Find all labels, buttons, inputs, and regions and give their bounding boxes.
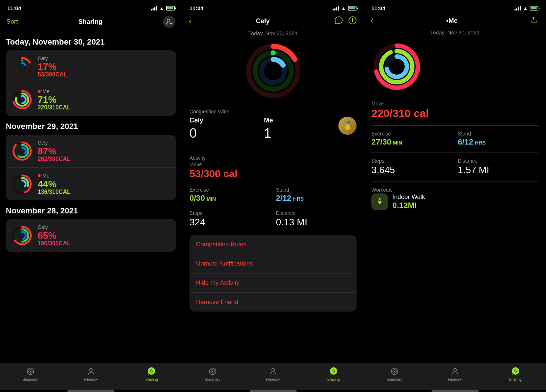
me-dot-nov29	[38, 174, 41, 177]
section-today-header: Today, November 30, 2021	[6, 37, 176, 47]
unmute-button[interactable]: Unmute Notifications	[189, 254, 357, 274]
status-bar-1: 11:04 ▲	[0, 0, 182, 14]
home-indicator-2	[250, 390, 297, 392]
table-row[interactable]: Cely 17% 53/300CAL	[6, 50, 176, 83]
cely-percent-today: 17%	[38, 62, 170, 71]
cely-info-nov28: Cely 65% 196/300CAL	[38, 224, 170, 247]
sharing-list-scroll[interactable]: Today, November 30, 2021 Cely	[0, 32, 182, 363]
workout-info: Indoor Walk 0.12MI	[392, 193, 425, 210]
status-icons-1: ▲	[151, 5, 175, 11]
svg-point-47	[272, 368, 275, 371]
remove-friend-button[interactable]: Remove Friend	[189, 293, 357, 312]
tab-sharing-2[interactable]: S Sharing	[303, 367, 364, 381]
exercise-value-3: 27/30	[371, 137, 391, 146]
me-ring-stats-row	[371, 41, 538, 93]
wifi-icon-2: ▲	[341, 5, 346, 11]
competition-header: Competition Wins	[189, 109, 357, 114]
message-button[interactable]	[334, 16, 343, 26]
tab-fitness-3[interactable]: Fitness+	[425, 367, 485, 381]
tab-summary-3[interactable]: Summary	[364, 367, 425, 381]
steps-stat-3: Steps 3,645	[371, 158, 452, 176]
me-percent-today: 71%	[38, 95, 170, 104]
today-card: Cely 17% 53/300CAL	[6, 50, 176, 116]
exercise-value-2: 0/30	[189, 193, 205, 203]
back-button-3[interactable]: ‹	[371, 16, 373, 25]
tab-summary-label-3: Summary	[387, 378, 402, 381]
competition-rules-button[interactable]: Competition Rules	[189, 235, 357, 254]
svg-text:S: S	[332, 369, 335, 373]
tab-summary-2[interactable]: Summary	[182, 367, 243, 381]
me-info-nov29: Me 44% 136/310CAL	[38, 173, 170, 195]
section-nov29-header: November 29, 2021	[6, 122, 176, 131]
workouts-label: Workouts	[371, 187, 538, 193]
signal-icon-3	[514, 6, 521, 11]
me-detail-scroll[interactable]: Today, Nov 30, 2021 Move 220/310 cal	[364, 29, 546, 363]
stand-value-2: 2/12	[276, 193, 292, 203]
me-ring-nov29	[12, 174, 33, 195]
signal-icon-2	[333, 6, 339, 11]
tab-sharing-1[interactable]: S Sharing	[121, 367, 182, 381]
me-dot-today	[38, 90, 41, 93]
hide-activity-button[interactable]: Hide my Activity	[189, 274, 357, 293]
status-time-1: 11:04	[7, 5, 21, 11]
stand-stat: Stand 2/12 HRS	[276, 187, 357, 203]
summary-icon-1	[26, 367, 35, 376]
table-row[interactable]: Cely 87% 262/300CAL	[6, 135, 176, 168]
me-ring-today	[12, 89, 33, 110]
sharing-icon-2: S	[329, 367, 338, 376]
cely-cal-nov29: 262/300CAL	[38, 156, 170, 162]
tab-summary-label-2: Summary	[205, 378, 220, 381]
svg-text:i: i	[352, 17, 353, 23]
exercise-label-3: Exercise	[371, 131, 452, 137]
me-cal-nov29: 136/310CAL	[38, 189, 170, 195]
share-button-3[interactable]	[530, 16, 539, 26]
activity-section: Activity Move 53/300 cal	[189, 155, 357, 180]
nav-title-2: Cely	[256, 17, 270, 25]
workout-distance: 0.12MI	[392, 201, 425, 210]
cely-ring-today	[12, 56, 33, 77]
stand-unit-3: HRS	[475, 140, 486, 146]
distance-value-3: 1.57 MI	[458, 164, 539, 176]
nov29-card: Cely 87% 262/300CAL	[6, 135, 176, 200]
divider-3b	[371, 153, 538, 153]
exercise-stat: Exercise 0/30 MIN	[189, 187, 270, 203]
cely-name-nov29: Cely	[38, 140, 170, 146]
steps-value-2: 324	[189, 217, 270, 228]
table-row[interactable]: Me 44% 136/310CAL	[6, 168, 176, 200]
exercise-unit-2: MIN	[207, 196, 216, 202]
tab-sharing-label-3: Sharing	[509, 378, 521, 381]
exercise-label-2: Exercise	[189, 187, 270, 193]
status-icons-2: ▲	[333, 5, 357, 11]
exercise-stand-grid-3: Exercise 27/30 MIN Stand 6/12 HRS	[371, 131, 538, 147]
table-row[interactable]: Cely 65% 196/300CAL	[6, 219, 176, 252]
sort-button[interactable]: Sort	[7, 18, 18, 25]
workout-name: Indoor Walk	[392, 193, 425, 201]
status-bar-3: 11:04 ▲	[364, 0, 546, 14]
distance-stat-2: Distance 0.13 MI	[276, 210, 357, 228]
add-friend-button[interactable]	[163, 16, 175, 28]
stand-label-3: Stand	[458, 131, 539, 137]
battery-icon-1	[166, 6, 175, 11]
tab-bar-3: Summary Fitness+ S Sharing	[364, 363, 546, 390]
back-button-2[interactable]: ‹	[189, 16, 191, 26]
tab-fitness-label-3: Fitness+	[448, 378, 462, 381]
battery-icon-3	[530, 6, 538, 11]
distance-label-2: Distance	[276, 210, 357, 216]
workout-row[interactable]: Indoor Walk 0.12MI	[371, 193, 538, 210]
tab-fitness-1[interactable]: Fitness+	[61, 367, 121, 381]
panel-me-detail: 11:04 ▲ ‹ •Me Today, Nov 30, 2021	[364, 0, 546, 392]
divider-1	[189, 150, 357, 150]
tab-fitness-2[interactable]: Fitness+	[243, 367, 303, 381]
cely-name-nov28: Cely	[38, 224, 170, 230]
tab-sharing-3[interactable]: S Sharing	[485, 367, 546, 381]
nav-title-3: •Me	[446, 17, 458, 25]
summary-icon-2	[208, 367, 217, 376]
section-nov28-header: November 28, 2021	[6, 206, 176, 216]
info-button[interactable]: i	[348, 16, 357, 26]
cely-cal-today: 53/300CAL	[38, 71, 170, 78]
home-indicator-3	[432, 390, 479, 392]
move-value-3: 220/310 cal	[371, 107, 538, 120]
tab-summary-1[interactable]: Summary	[0, 367, 61, 381]
table-row[interactable]: Me 71% 220/310CAL	[6, 83, 176, 116]
cely-detail-scroll[interactable]: Today, Nov 30, 2021 Competition Wins Cel…	[182, 30, 364, 363]
